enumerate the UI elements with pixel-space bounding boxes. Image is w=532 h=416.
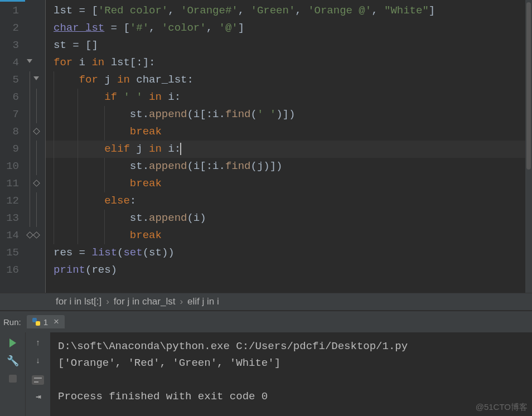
- python-icon: [32, 318, 40, 326]
- more-icon: ⇥: [36, 391, 40, 402]
- fold-end-icon: [33, 128, 40, 135]
- settings-button[interactable]: 🔧: [6, 354, 20, 368]
- output-line: Process finished with exit code 0: [58, 388, 524, 405]
- run-panel-header: Run: 1 ×: [0, 311, 532, 332]
- text-caret: [180, 143, 181, 155]
- line-number-gutter: 1 2 3 4 5 6 7 8 9 10 11 12 13 14 15 16: [0, 0, 25, 293]
- console-toolbar-left: 🔧: [0, 332, 25, 416]
- run-tab[interactable]: 1 ×: [27, 315, 65, 328]
- editor-scrollbar[interactable]: [525, 0, 532, 293]
- stop-icon: [9, 375, 17, 383]
- wrench-icon: 🔧: [7, 355, 19, 367]
- scrollbar-thumb[interactable]: [526, 2, 531, 170]
- play-icon: [9, 338, 16, 347]
- breadcrumb-item[interactable]: for i in lst[:]: [54, 296, 104, 307]
- run-label: Run:: [3, 317, 21, 327]
- scroll-down-button[interactable]: ↓: [31, 354, 45, 368]
- stop-button[interactable]: [6, 371, 20, 386]
- scroll-up-button[interactable]: ↑: [31, 336, 45, 350]
- output-line: D:\soft\Anaconda\python.exe C:/Users/pdc…: [58, 338, 524, 355]
- soft-wrap-button[interactable]: [31, 371, 45, 386]
- current-line[interactable]: elif j in i:: [46, 141, 532, 158]
- code-area[interactable]: lst = ['Red color', 'Orange#', 'Green', …: [46, 0, 532, 293]
- run-button[interactable]: [6, 336, 20, 350]
- console-toolbar-right: ↑ ↓ ⇥: [25, 332, 50, 416]
- fold-toggle-icon[interactable]: [33, 76, 39, 80]
- fold-gutter[interactable]: [25, 0, 46, 293]
- breadcrumb[interactable]: for i in lst[:] › for j in char_lst › el…: [0, 293, 532, 311]
- chevron-right-icon: ›: [104, 296, 112, 307]
- fold-end-icon: [33, 231, 40, 239]
- editor-pane[interactable]: 1 2 3 4 5 6 7 8 9 10 11 12 13 14 15 16 l…: [0, 0, 532, 293]
- more-button[interactable]: ⇥: [31, 389, 45, 404]
- breadcrumb-item[interactable]: elif j in i: [185, 296, 221, 307]
- fold-toggle-icon[interactable]: [27, 59, 32, 63]
- chevron-right-icon: ›: [177, 296, 185, 307]
- watermark: @51CTO博客: [476, 402, 528, 413]
- output-line: ['Orange', 'Red', 'Green', 'White']: [58, 355, 524, 371]
- wrap-icon: [32, 375, 44, 385]
- breadcrumb-item[interactable]: for j in char_lst: [112, 296, 178, 307]
- console-output[interactable]: D:\soft\Anaconda\python.exe C:/Users/pdc…: [50, 332, 532, 416]
- fold-end-icon: [26, 231, 33, 239]
- close-icon[interactable]: ×: [54, 316, 59, 327]
- arrow-down-icon: ↓: [35, 356, 40, 366]
- arrow-up-icon: ↑: [35, 338, 40, 348]
- console-pane: 🔧 ↑ ↓ ⇥ D:\soft\Anaconda\python.exe C:/U…: [0, 332, 532, 416]
- fold-end-icon: [33, 180, 40, 187]
